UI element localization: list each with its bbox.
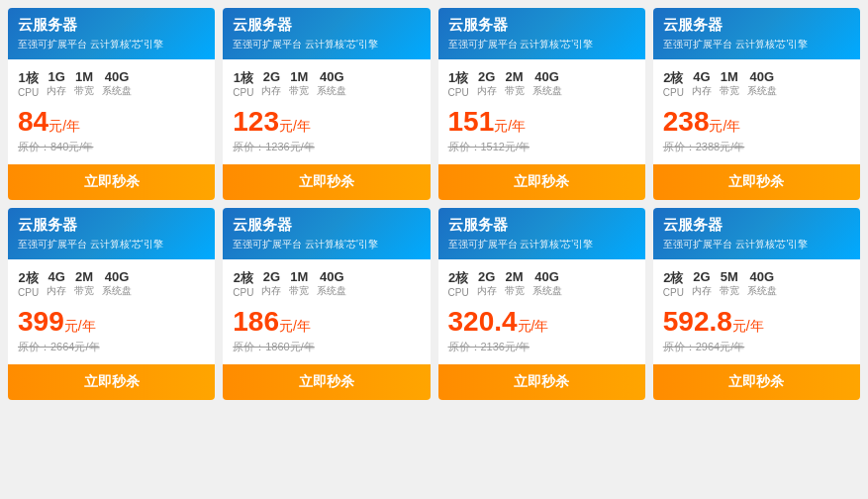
spec-label: 内存 [692, 84, 712, 98]
specs-row: 2核 CPU 2G 内存 5M 带宽 40G 系统盘 [663, 269, 850, 298]
card-body: 1核 CPU 1G 内存 1M 带宽 40G 系统盘 84元/年 [8, 59, 215, 164]
spec-item: 1G 内存 [47, 69, 66, 98]
spec-label: 系统盘 [747, 284, 777, 298]
card-body: 2核 CPU 2G 内存 5M 带宽 40G 系统盘 592.8元/年 [653, 259, 860, 364]
spec-item: 2核 CPU [233, 269, 253, 298]
buy-button[interactable]: 立即秒杀 [223, 164, 430, 200]
spec-label: 带宽 [289, 84, 309, 98]
spec-value: 1核 [234, 69, 253, 87]
spec-item: 2G 内存 [261, 69, 281, 98]
price-main: 84元/年 [18, 108, 205, 136]
spec-label: CPU [448, 87, 469, 98]
card-header: 云服务器 至强可扩展平台 云计算核'芯'引擎 [8, 8, 215, 59]
price-original: 原价：2136元/年 [448, 340, 635, 354]
price-main: 592.8元/年 [663, 308, 850, 336]
card-header: 云服务器 至强可扩展平台 云计算核'芯'引擎 [438, 208, 645, 259]
card-4: 云服务器 至强可扩展平台 云计算核'芯'引擎 2核 CPU 4G 内存 1M 带… [653, 8, 860, 200]
buy-button[interactable]: 立即秒杀 [653, 164, 860, 200]
spec-item: 2G 内存 [477, 269, 497, 298]
buy-button[interactable]: 立即秒杀 [223, 364, 430, 400]
card-subtitle: 至强可扩展平台 云计算核'芯'引擎 [663, 238, 850, 251]
price-original: 原价：1860元/年 [233, 340, 420, 354]
buy-button[interactable]: 立即秒杀 [653, 364, 860, 400]
spec-value: 1M [290, 69, 308, 84]
specs-row: 1核 CPU 2G 内存 2M 带宽 40G 系统盘 [448, 69, 635, 98]
card-subtitle: 至强可扩展平台 云计算核'芯'引擎 [448, 238, 635, 251]
spec-label: CPU [663, 287, 684, 298]
spec-label: 带宽 [720, 84, 739, 98]
buy-button[interactable]: 立即秒杀 [438, 164, 645, 200]
specs-row: 2核 CPU 2G 内存 1M 带宽 40G 系统盘 [233, 269, 420, 298]
spec-value: 2M [75, 269, 93, 284]
spec-label: 系统盘 [102, 284, 132, 298]
card-subtitle: 至强可扩展平台 云计算核'芯'引擎 [663, 38, 850, 51]
buy-button[interactable]: 立即秒杀 [438, 364, 645, 400]
price-original: 原价：840元/年 [18, 140, 205, 154]
card-body: 2核 CPU 2G 内存 1M 带宽 40G 系统盘 186元/年 [223, 259, 430, 364]
spec-item: 2M 带宽 [74, 269, 94, 298]
spec-label: 系统盘 [532, 84, 562, 98]
buy-button[interactable]: 立即秒杀 [8, 364, 215, 400]
price-main: 238元/年 [663, 108, 850, 136]
spec-value: 1M [75, 69, 93, 84]
card-subtitle: 至强可扩展平台 云计算核'芯'引擎 [18, 238, 205, 251]
spec-item: 40G 系统盘 [747, 269, 777, 298]
card-2: 云服务器 至强可扩展平台 云计算核'芯'引擎 1核 CPU 2G 内存 1M 带… [223, 8, 430, 200]
spec-item: 2G 内存 [261, 269, 281, 298]
specs-row: 1核 CPU 1G 内存 1M 带宽 40G 系统盘 [18, 69, 205, 98]
card-subtitle: 至强可扩展平台 云计算核'芯'引擎 [18, 38, 205, 51]
card-8: 云服务器 至强可扩展平台 云计算核'芯'引擎 2核 CPU 2G 内存 5M 带… [653, 208, 860, 400]
spec-label: 内存 [692, 284, 712, 298]
specs-row: 1核 CPU 2G 内存 1M 带宽 40G 系统盘 [233, 69, 420, 98]
spec-item: 1核 CPU [18, 69, 39, 98]
spec-item: 40G 系统盘 [102, 69, 132, 98]
spec-value: 40G [534, 69, 559, 84]
card-title: 云服务器 [18, 16, 205, 35]
specs-row: 2核 CPU 2G 内存 2M 带宽 40G 系统盘 [448, 269, 635, 298]
buy-button[interactable]: 立即秒杀 [8, 164, 215, 200]
cards-grid: 云服务器 至强可扩展平台 云计算核'芯'引擎 1核 CPU 1G 内存 1M 带… [8, 8, 860, 400]
spec-item: 1核 CPU [448, 69, 469, 98]
card-header: 云服务器 至强可扩展平台 云计算核'芯'引擎 [653, 8, 860, 59]
card-subtitle: 至强可扩展平台 云计算核'芯'引擎 [448, 38, 635, 51]
spec-value: 1G [48, 69, 64, 84]
price-unit: 元/年 [709, 118, 740, 134]
spec-item: 4G 内存 [47, 269, 66, 298]
spec-item: 2M 带宽 [505, 269, 525, 298]
spec-value: 2G [693, 269, 710, 284]
spec-value: 1M [290, 269, 308, 284]
spec-item: 1M 带宽 [289, 269, 309, 298]
spec-label: 内存 [477, 284, 497, 298]
spec-value: 5M [721, 269, 738, 284]
spec-value: 2M [506, 69, 524, 84]
spec-label: 内存 [477, 84, 497, 98]
card-body: 2核 CPU 4G 内存 2M 带宽 40G 系统盘 399元/年 [8, 259, 215, 364]
spec-item: 2G 内存 [692, 269, 712, 298]
spec-value: 40G [105, 69, 130, 84]
card-6: 云服务器 至强可扩展平台 云计算核'芯'引擎 2核 CPU 2G 内存 1M 带… [223, 208, 430, 400]
spec-label: 系统盘 [747, 84, 777, 98]
card-subtitle: 至强可扩展平台 云计算核'芯'引擎 [233, 238, 420, 251]
spec-item: 2核 CPU [663, 269, 684, 298]
price-original: 原价：2664元/年 [18, 340, 205, 354]
spec-label: 带宽 [74, 284, 94, 298]
spec-item: 1M 带宽 [289, 69, 309, 98]
spec-item: 40G 系统盘 [102, 269, 132, 298]
spec-item: 2核 CPU [18, 269, 39, 298]
spec-item: 40G 系统盘 [532, 269, 562, 298]
spec-value: 2核 [663, 69, 683, 87]
spec-value: 4G [693, 69, 710, 84]
spec-label: CPU [663, 87, 684, 98]
card-header: 云服务器 至强可扩展平台 云计算核'芯'引擎 [8, 208, 215, 259]
spec-value: 40G [320, 269, 344, 284]
card-title: 云服务器 [663, 216, 850, 235]
spec-label: CPU [18, 287, 39, 298]
spec-label: 带宽 [74, 84, 94, 98]
spec-item: 1M 带宽 [74, 69, 94, 98]
spec-value: 2G [478, 269, 495, 284]
spec-item: 1核 CPU [233, 69, 253, 98]
card-title: 云服务器 [18, 216, 205, 235]
spec-value: 40G [534, 269, 559, 284]
price-main: 399元/年 [18, 308, 205, 336]
card-title: 云服务器 [448, 216, 635, 235]
